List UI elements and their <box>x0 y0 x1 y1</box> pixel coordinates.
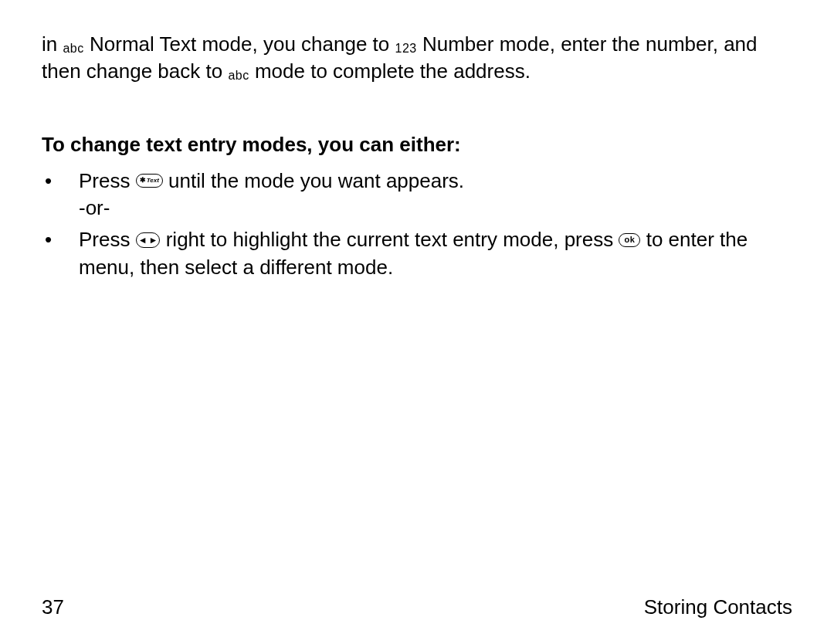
section-title: Storing Contacts <box>644 594 792 621</box>
intro-text-b: Normal Text mode, you change to <box>90 32 395 56</box>
nav-key-icon: ◄► <box>136 232 161 248</box>
abc-icon: abc <box>63 40 83 57</box>
ok-key-icon: ok <box>619 233 640 247</box>
list-item: • Press ✱Text until the mode you want ap… <box>42 168 792 222</box>
item1-or: -or- <box>79 196 110 219</box>
text-key-icon: ✱Text <box>136 174 163 188</box>
item1-pre: Press <box>79 169 136 192</box>
abc-icon: abc <box>228 67 249 84</box>
intro-paragraph: in abc Normal Text mode, you change to 1… <box>42 31 792 85</box>
item2-mid: right to highlight the current text entr… <box>166 228 619 251</box>
list-item: • Press ◄► right to highlight the curren… <box>42 226 792 280</box>
intro-text-d: mode to complete the address. <box>255 59 531 83</box>
123-icon: 123 <box>395 40 417 57</box>
item2-pre: Press <box>79 228 136 251</box>
bullet-icon: • <box>42 168 79 195</box>
instruction-list: • Press ✱Text until the mode you want ap… <box>42 168 792 280</box>
item1-mid: until the mode you want appears. <box>168 169 464 192</box>
page-footer: 37 Storing Contacts <box>42 594 792 621</box>
page-number: 37 <box>42 594 64 621</box>
section-heading: To change text entry modes, you can eith… <box>42 131 792 158</box>
bullet-icon: • <box>42 226 79 253</box>
intro-text-a: in <box>42 32 63 56</box>
